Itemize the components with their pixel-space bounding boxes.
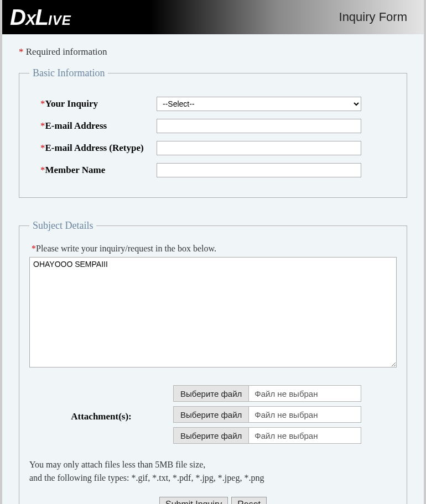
label-email: *E-mail Address <box>29 120 157 132</box>
inquiry-textarea[interactable] <box>29 257 397 368</box>
subject-note: *Please write your inquiry/request in th… <box>32 244 397 254</box>
email-field[interactable] <box>157 119 361 133</box>
row-email-retype: *E-mail Address (Retype) <box>29 141 397 155</box>
inquiry-select[interactable]: --Select-- <box>157 97 361 111</box>
logo: DXLIVE <box>10 5 71 30</box>
attachment-label: Attachment(s): <box>29 385 173 448</box>
file-status-3: Файл не выбран <box>249 428 323 443</box>
header-bar: DXLIVE Inquiry Form <box>0 0 426 34</box>
button-row: Submit Inquiry Reset <box>29 497 397 504</box>
page-body: * Required information Basic Information… <box>0 34 426 504</box>
file-restrictions-note: You may only attach files less than 5MB … <box>29 458 397 485</box>
submit-button[interactable]: Submit Inquiry <box>159 497 228 504</box>
required-note: * Required information <box>19 46 407 57</box>
label-inquiry: *Your Inquiry <box>29 98 157 109</box>
file-input-1: Выберите файл Файл не выбран <box>173 385 361 402</box>
file-choose-button-2[interactable]: Выберите файл <box>174 407 249 422</box>
file-choose-button-1[interactable]: Выберите файл <box>174 386 249 401</box>
label-member: *Member Name <box>29 165 157 176</box>
label-email-retype: *E-mail Address (Retype) <box>29 143 157 154</box>
email-retype-field[interactable] <box>157 141 361 155</box>
row-email: *E-mail Address <box>29 119 397 133</box>
reset-button[interactable]: Reset <box>231 497 267 504</box>
file-status-2: Файл не выбран <box>249 407 323 422</box>
file-input-3: Выберите файл Файл не выбран <box>173 427 361 444</box>
page-title: Inquiry Form <box>339 10 407 24</box>
member-name-field[interactable] <box>157 163 361 177</box>
basic-info-legend: Basic Information <box>29 67 108 79</box>
row-member: *Member Name <box>29 163 397 177</box>
subject-details-fieldset: Subject Details *Please write your inqui… <box>19 220 407 504</box>
basic-info-fieldset: Basic Information *Your Inquiry --Select… <box>19 67 407 198</box>
attachment-section: Attachment(s): Выберите файл Файл не выб… <box>29 385 397 448</box>
file-choose-button-3[interactable]: Выберите файл <box>174 428 249 443</box>
row-inquiry: *Your Inquiry --Select-- <box>29 97 397 111</box>
subject-details-legend: Subject Details <box>29 220 96 232</box>
file-input-2: Выберите файл Файл не выбран <box>173 406 361 423</box>
file-status-1: Файл не выбран <box>249 386 323 401</box>
